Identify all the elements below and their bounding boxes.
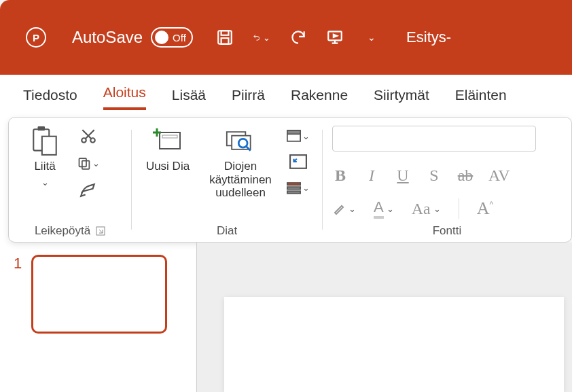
highlight-button[interactable]: ⌄ [332,202,356,215]
reuse-slides-label: Diojen käyttäminen uudelleen [200,160,281,200]
tab-file[interactable]: Tiedosto [23,87,77,110]
new-slide-label: Uusi Dia [146,160,190,173]
toggle-knob [155,31,168,44]
powerpoint-icon: P [26,27,46,48]
chevron-down-icon[interactable]: ⌄ [92,158,100,168]
dialog-launcher-icon[interactable] [96,226,105,236]
svg-rect-6 [42,137,56,155]
document-name: Esitys- [406,29,451,46]
group-clipboard-label: Leikepöytä [35,224,90,238]
change-case-button[interactable]: Aa ⌄ [412,200,441,218]
redo-icon[interactable] [289,29,307,46]
slide-thumbnail-panel: 1 [0,243,197,392]
cut-button[interactable] [77,126,100,146]
strikethrough-button[interactable]: ab [457,166,473,185]
chevron-down-icon[interactable]: ⌄ [263,33,270,43]
slideshow-icon[interactable] [326,29,344,46]
section-button[interactable]: ⌄ [287,177,310,198]
svg-rect-22 [287,191,300,194]
tab-transitions[interactable]: Siirtymät [374,87,429,110]
svg-rect-2 [221,38,229,44]
svg-rect-21 [287,187,300,190]
workspace: 1 [0,243,572,392]
slide-canvas-area [197,243,572,392]
svg-rect-1 [221,31,229,35]
slide-canvas[interactable] [224,297,564,392]
grow-font-button[interactable]: A^ [477,198,493,219]
group-font: B I U S ab AV ⌄ A ⌄ [323,118,571,242]
font-color-button[interactable]: A ⌄ [374,198,394,219]
svg-rect-19 [290,155,306,168]
group-slides-label: Diat [217,224,237,238]
reset-button[interactable] [287,152,310,172]
chevron-down-icon[interactable]: ⌄ [302,131,310,141]
reuse-slides-button[interactable]: Diojen käyttäminen uudelleen [200,126,281,200]
italic-button[interactable]: I [363,166,380,185]
underline-button[interactable]: U [395,166,411,185]
chevron-down-icon[interactable]: ⌄ [348,204,356,214]
paste-label: Liitä [34,160,55,173]
paste-icon [30,126,60,156]
tab-draw[interactable]: Piirrä [232,87,265,110]
save-icon[interactable] [216,29,234,46]
tab-design[interactable]: Rakenne [291,87,348,110]
customize-qat-icon[interactable]: ⌄ [363,29,380,46]
slide-thumbnail-1[interactable] [31,255,167,334]
svg-rect-13 [162,135,177,138]
app-window: P AutoSave Off ⌄ ⌄ Esitys- [0,0,572,392]
chevron-down-icon[interactable]: ⌄ [387,204,394,214]
chevron-down-icon[interactable]: ⌄ [433,204,441,214]
svg-rect-5 [38,126,45,130]
ribbon-container: Liitä ⌄ ⌄ [0,110,572,243]
svg-rect-20 [287,183,300,185]
autosave-state: Off [173,32,186,43]
group-clipboard: Liitä ⌄ ⌄ [9,118,131,242]
autosave-control: AutoSave Off [72,27,193,48]
tab-animations[interactable]: Eläinten [455,87,507,110]
svg-rect-18 [287,130,300,134]
paste-button[interactable]: Liitä ⌄ [18,126,71,188]
chevron-down-icon[interactable]: ⌄ [302,183,310,193]
format-painter-button[interactable] [77,180,100,200]
font-name-combo[interactable] [332,126,536,152]
autosave-label: AutoSave [72,28,143,47]
titlebar: P AutoSave Off ⌄ ⌄ Esitys- [0,0,572,75]
ribbon-tabs: Tiedosto Aloitus Lisää Piirrä Rakenne Si… [0,75,572,110]
group-font-label: Fontti [433,224,462,238]
layout-button[interactable]: ⌄ [287,126,310,146]
new-slide-button[interactable]: Uusi Dia [141,126,194,173]
shadow-button[interactable]: S [426,166,442,185]
tab-insert[interactable]: Lisää [172,87,206,110]
new-slide-icon [153,126,183,156]
reuse-slides-icon [226,126,255,156]
group-slides: Uusi Dia Diojen käyttäminen uudelleen ⌄ [132,118,322,242]
ribbon: Liitä ⌄ ⌄ [8,117,572,243]
undo-icon[interactable]: ⌄ [253,29,270,46]
tab-home[interactable]: Aloitus [103,84,146,110]
slide-number: 1 [14,255,22,380]
autosave-toggle[interactable]: Off [151,27,193,48]
chevron-down-icon[interactable]: ⌄ [41,177,49,188]
bold-button[interactable]: B [332,166,348,185]
char-spacing-button[interactable]: AV [488,166,510,185]
quick-access-toolbar: ⌄ ⌄ [216,29,380,46]
copy-button[interactable]: ⌄ [77,153,100,173]
